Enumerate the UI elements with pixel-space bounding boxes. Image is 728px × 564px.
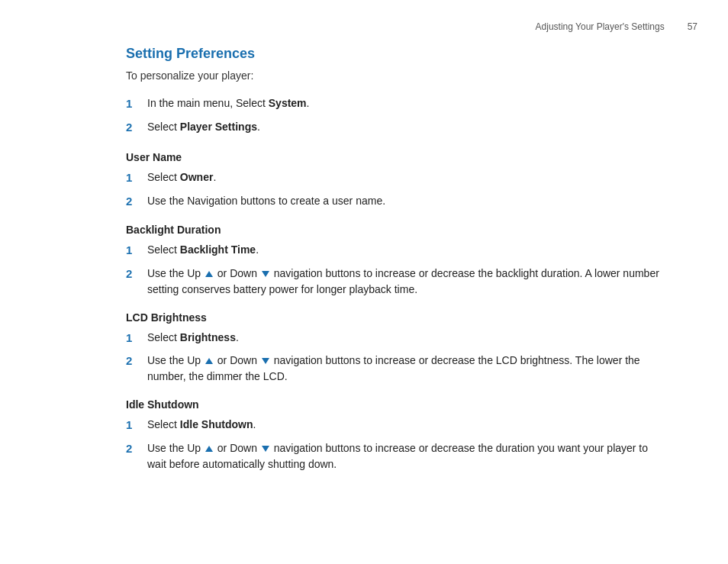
step-number: 2	[126, 193, 143, 211]
list-item: 1 Select Backlight Time.	[126, 242, 667, 259]
subsection-idle: Idle Shutdown 1 Select Idle Shutdown. 2 …	[126, 398, 667, 472]
arrow-up-icon	[205, 271, 213, 277]
list-item: 2 Use the Up or Down navigation buttons …	[126, 353, 667, 385]
step-number: 1	[126, 95, 143, 113]
subsection-backlight: Backlight Duration 1 Select Backlight Ti…	[126, 224, 667, 298]
step-text: Select Backlight Time.	[147, 242, 259, 258]
step-number: 1	[126, 169, 143, 187]
step-number: 1	[126, 330, 143, 347]
list-item: 2 Use the Up or Down navigation buttons …	[126, 266, 667, 298]
subsection-title: LCD Brightness	[126, 311, 667, 324]
list-item: 2 Select Player Settings.	[126, 119, 667, 137]
step-number: 2	[126, 266, 143, 283]
subsection-username: User Name 1 Select Owner. 2 Use the Navi…	[126, 151, 667, 210]
arrow-down-icon	[262, 271, 269, 277]
arrow-down-icon	[262, 358, 269, 364]
subsection-title: User Name	[126, 151, 667, 163]
step-text: Select Player Settings.	[147, 119, 260, 135]
step-number: 2	[126, 440, 143, 458]
username-steps-list: 1 Select Owner. 2 Use the Navigation but…	[126, 169, 667, 210]
list-item: 1 In the main menu, Select System.	[126, 95, 667, 113]
section-title: Setting Preferences	[126, 46, 667, 62]
step-text: Use the Up or Down navigation buttons to…	[147, 440, 667, 472]
arrow-up-icon	[205, 446, 213, 452]
step-number: 1	[126, 417, 143, 434]
page-header: Adjusting Your Player's Settings 57	[536, 21, 697, 32]
top-steps-list: 1 In the main menu, Select System. 2 Sel…	[126, 95, 667, 136]
step-text: In the main menu, Select System.	[147, 95, 309, 111]
step-number: 2	[126, 119, 143, 137]
header-text: Adjusting Your Player's Settings	[536, 21, 665, 32]
list-item: 1 Select Brightness.	[126, 330, 667, 347]
list-item: 1 Select Owner.	[126, 169, 667, 187]
intro-text: To personalize your player:	[126, 69, 667, 82]
backlight-steps-list: 1 Select Backlight Time. 2 Use the Up or…	[126, 242, 667, 298]
step-text: Use the Up or Down navigation buttons to…	[147, 266, 667, 298]
step-text: Select Owner.	[147, 169, 216, 185]
step-number: 1	[126, 242, 143, 259]
step-text: Select Brightness.	[147, 330, 239, 346]
subsection-title: Backlight Duration	[126, 224, 667, 236]
step-text: Select Idle Shutdown.	[147, 417, 256, 433]
step-number: 2	[126, 353, 143, 370]
subsection-title: Idle Shutdown	[126, 398, 667, 411]
list-item: 2 Use the Up or Down navigation buttons …	[126, 440, 667, 472]
step-text: Use the Up or Down navigation buttons to…	[147, 353, 667, 385]
lcd-steps-list: 1 Select Brightness. 2 Use the Up or Dow…	[126, 330, 667, 385]
list-item: 1 Select Idle Shutdown.	[126, 417, 667, 434]
idle-steps-list: 1 Select Idle Shutdown. 2 Use the Up or …	[126, 417, 667, 472]
arrow-up-icon	[205, 358, 213, 364]
arrow-down-icon	[262, 446, 269, 452]
list-item: 2 Use the Navigation buttons to create a…	[126, 193, 667, 211]
content-area: Setting Preferences To personalize your …	[126, 46, 667, 486]
step-text: Use the Navigation buttons to create a u…	[147, 193, 385, 209]
subsection-lcd: LCD Brightness 1 Select Brightness. 2 Us…	[126, 311, 667, 385]
page-number: 57	[688, 21, 697, 32]
